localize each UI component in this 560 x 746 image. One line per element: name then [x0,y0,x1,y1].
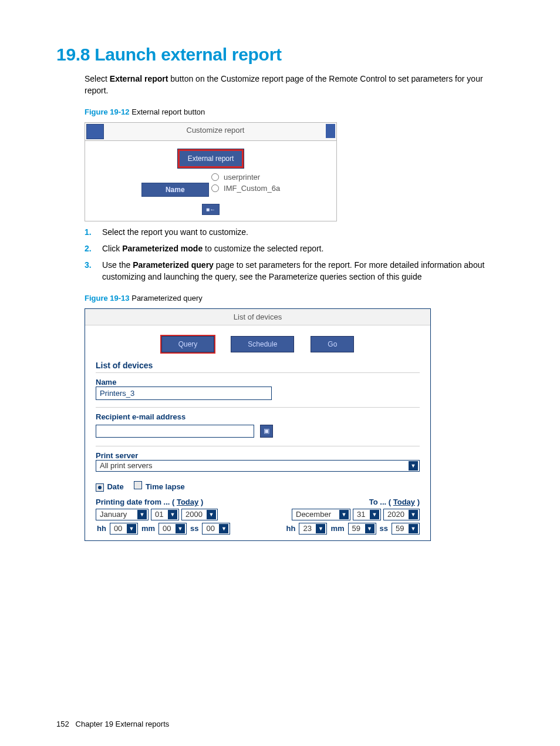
to-month-select[interactable]: December▼ [292,509,350,520]
report-option-label: IMF_Custom_6a [224,184,280,193]
mm-label: mm [141,524,155,533]
figure-caption-1: Figure 19-12 External report button [85,107,504,116]
titlebar: Customize report [85,123,336,141]
ss-label: ss [190,524,198,533]
print-server-select[interactable]: All print servers ▼ [96,460,420,472]
mm-label: mm [330,524,344,533]
from-label-prefix: Printing date from ... ( [96,498,177,506]
screenshot-customize-report: Customize report External report Name us… [85,122,337,221]
time-lapse-radio-label: Time lapse [146,482,185,491]
to-day-value: 31 [357,510,365,519]
intro-pre: Select [85,74,110,83]
chevron-down-icon: ▼ [168,510,177,519]
to-ss-value: 59 [396,524,404,533]
chevron-down-icon: ▼ [370,510,379,519]
chevron-down-icon: ▼ [207,510,216,519]
to-label-prefix: To ... ( [369,498,393,506]
ss-label: ss [380,524,388,533]
date-time-radio-group: Date Time lapse [96,481,420,492]
action-button-row: Query Schedule Go [85,336,430,352]
from-time-selects: hh 00▼ mm 00▼ ss 00▼ [96,523,230,535]
time-lapse-radio[interactable] [134,481,142,489]
step-item: Use the Parameterized query page to set … [85,259,504,283]
chevron-down-icon: ▼ [365,524,375,533]
figure-number: Figure 19-13 [85,294,130,303]
date-range-row: Printing date from ... ( Today ) January… [96,498,420,535]
step-item: Click Parameterized mode to customize th… [85,243,504,254]
divider [96,446,420,446]
query-button[interactable]: Query [161,336,215,352]
hh-label: hh [97,524,106,533]
page-number: 152 [56,720,69,728]
today-link[interactable]: Today [393,498,415,506]
close-paren: ) [415,498,420,506]
page-footer: 152 Chapter 19 External reports [56,720,169,728]
step-bold: Parameterized query [133,260,214,270]
from-mm-value: 00 [163,524,171,533]
email-input[interactable] [96,425,254,438]
to-mm-select[interactable]: 59▼ [348,523,376,535]
step-bold: Parameterized mode [122,244,203,253]
divider [96,372,420,373]
window-edge-decor [326,124,335,138]
date-radio[interactable] [96,483,104,492]
divider [96,407,420,408]
chevron-down-icon: ▼ [339,510,349,519]
figure-number: Figure 19-12 [85,107,130,116]
section-heading: 19.8 Launch external report [56,45,504,65]
to-ss-select[interactable]: 59▼ [392,523,420,535]
window-icon [86,124,104,139]
schedule-button[interactable]: Schedule [231,336,294,352]
step-pre: Use the [102,260,133,270]
report-option-row[interactable]: IMF_Custom_6a [211,184,280,193]
from-month-value: January [100,510,127,519]
figure-title: External report button [130,107,205,116]
report-option-row[interactable]: userprinter [211,173,280,182]
name-input[interactable]: Printers_3 [96,387,272,400]
email-row: ▣ [96,425,420,438]
radio-icon[interactable] [211,173,219,181]
today-link[interactable]: Today [177,498,198,506]
from-hh-select[interactable]: 00▼ [110,523,138,535]
to-time-selects: hh 23▼ mm 59▼ ss 59▼ [285,523,420,535]
chevron-down-icon: ▼ [409,461,418,471]
intro-bold: External report [110,74,168,83]
instruction-list: Select the report you want to customize.… [56,226,504,283]
radio-icon[interactable] [211,184,219,192]
from-day-select[interactable]: 01▼ [151,509,179,520]
from-year-select[interactable]: 2000▼ [181,509,218,520]
report-option-label: userprinter [224,173,260,182]
window-body: External report Name userprinter IMF_Cus… [85,141,336,221]
external-report-button[interactable]: External report [178,149,244,168]
figure-title: Parameterized query [130,294,203,303]
from-hh-value: 00 [114,524,122,533]
chevron-down-icon: ▼ [409,524,418,533]
step-post: to customize the selected report. [203,244,323,253]
figure-caption-2: Figure 19-13 Parameterized query [85,294,504,303]
to-column: To ... ( Today ) December▼ 31▼ 2020▼ hh … [285,498,420,535]
print-server-value: All print servers [100,461,153,470]
to-day-select[interactable]: 31▼ [353,509,381,520]
to-hh-value: 23 [303,524,311,533]
to-mm-value: 59 [352,524,360,533]
from-ss-value: 00 [206,524,214,533]
to-year-select[interactable]: 2020▼ [383,509,420,520]
to-hh-select[interactable]: 23▼ [299,523,327,535]
from-mm-select[interactable]: 00▼ [158,523,187,535]
small-action-button[interactable]: ■← [202,204,220,215]
window-title: Customize report [105,123,326,140]
hh-label: hh [286,524,296,533]
address-book-icon[interactable]: ▣ [260,425,273,438]
from-ss-select[interactable]: 00▼ [202,523,230,535]
list-of-devices-label: List of devices [96,361,420,370]
step-pre: Click [102,244,122,253]
date-radio-label: Date [107,482,123,491]
to-month-value: December [296,510,331,519]
print-server-label: Print server [96,451,420,460]
to-date-selects: December▼ 31▼ 2020▼ [285,509,420,520]
go-button[interactable]: Go [311,336,354,352]
from-month-select[interactable]: January▼ [96,509,149,520]
chevron-down-icon: ▼ [316,524,325,533]
email-label: Recipient e-mail address [96,412,420,421]
chapter-label: Chapter 19 External reports [76,720,170,728]
